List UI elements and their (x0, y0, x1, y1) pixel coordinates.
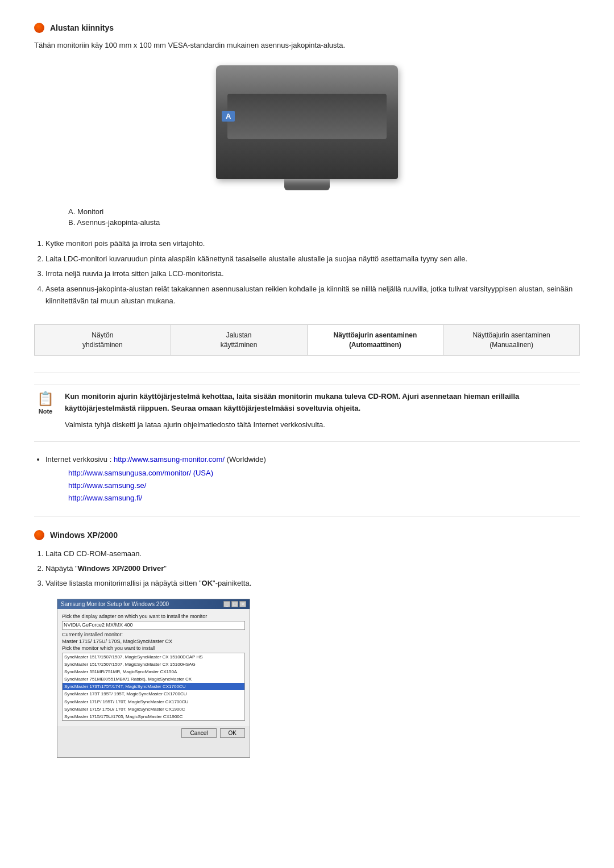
monitor-back-image: A (216, 65, 398, 179)
link-worldwide-suffix: (Worldwide) (227, 455, 266, 464)
link-se-line: http://www.samsung.se/ (68, 479, 580, 492)
dialog-list-item-2: SyncMaster 551MR/751MR, MagicSyncMaster … (63, 668, 244, 675)
link-fi-line: http://www.samsung.fi/ (68, 492, 580, 504)
monitor-label-a: A (222, 111, 235, 122)
label-list: A. Monitori B. Asennus-jakopinta-alusta (68, 207, 580, 227)
monitor-back-detail (227, 94, 387, 139)
internet-section: Internet verkkosivu : http://www.samsung… (34, 453, 580, 504)
monitor-image-container: A (34, 65, 580, 190)
dialog-list-item-8: SyncMaster 1715/175U/1705, MagicSyncMast… (63, 713, 244, 720)
dialog-body: Pick the display adapter on which you wa… (57, 609, 250, 726)
indented-links: http://www.samsungusa.com/monitor/ (USA)… (68, 467, 580, 504)
section1-header: Alustan kiinnitys (34, 23, 580, 33)
dialog-footer: Cancel OK (57, 726, 250, 740)
dialog-dropdown-value: NVIDIA GeForce2 MX/MX 400 (64, 622, 133, 628)
win-step-1: Laita CD CD-ROM-asemaan. (45, 548, 580, 560)
dialog-list[interactable]: SyncMaster 1517/1507/1507, MagicSyncMast… (62, 653, 245, 721)
dialog-list-item-3: SyncMaster 751MBX/551MBX/1 Rabbit), Magi… (63, 675, 244, 683)
divider-1 (34, 373, 580, 373)
nav-tabs: Näytönyhdistäminen Jalustankäyttäminen N… (34, 324, 580, 356)
section1-intro: Tähän monitoriin käy 100 mm x 100 mm VES… (34, 40, 580, 52)
win-step-3-bold: OK (202, 579, 213, 587)
note-icon: 📋 (37, 391, 54, 407)
dialog-line1: Pick the display adapter on which you wa… (62, 614, 245, 619)
note-body: Kun monitorin ajurin käyttöjärjestelmä k… (65, 391, 580, 415)
link-se[interactable]: http://www.samsung.se/ (68, 481, 146, 490)
dialog-list-item-1: SyncMaster 1517/1507/1507, MagicSyncMast… (63, 661, 244, 668)
dialog-list-item-0: SyncMaster 1517/1507/1507, MagicSyncMast… (63, 653, 244, 661)
dialog-close-btn[interactable]: × (239, 601, 246, 607)
step-1-1: Kytke monitori pois päältä ja irrota sen… (45, 238, 580, 250)
divider-2 (34, 516, 580, 516)
win-step-3: Valitse listasta monitorimallisi ja näpä… (45, 578, 580, 590)
section1-icon (34, 23, 44, 33)
dialog-cancel-btn[interactable]: Cancel (181, 728, 216, 738)
dialog-list-item-5: SyncMaster 173T 195T/ 195T, MagicSyncMas… (63, 690, 244, 698)
dialog-list-item-4: SyncMaster 173T/175T/174T, MagicSyncMast… (63, 683, 244, 690)
dialog-list-item-7: SyncMaster 1715/ 175U/ 170T, MagicSyncMa… (63, 706, 244, 713)
internet-link-item: Internet verkkosivu : http://www.samsung… (45, 453, 580, 466)
internet-label: Internet verkkosivu : (45, 455, 111, 464)
dialog-title: Samsung Monitor Setup for Windows 2000 (61, 601, 169, 607)
note-body-strong: Kun monitorin ajurin käyttöjärjestelmä k… (65, 392, 519, 412)
label-b: B. Asennus-jakopinta-alusta (68, 218, 580, 227)
tab-nayttöajurin-automaattinen[interactable]: Näyttöajurin asentaminen(Automaattinen) (308, 325, 444, 356)
dialog-master: Master 1715/ 175U/ 170S, MagicSyncMaster… (62, 639, 245, 644)
section2-icon (34, 530, 44, 540)
dialog-screenshot: Samsung Monitor Setup for Windows 2000 _… (57, 599, 250, 758)
dialog-ok-btn[interactable]: OK (220, 728, 245, 738)
label-a: A. Monitori (68, 207, 580, 216)
windows-steps-list: Laita CD CD-ROM-asemaan. Näpäytä "Window… (45, 548, 580, 589)
dialog-currently: Currently installed monitor: (62, 632, 245, 637)
dialog-dropdown[interactable]: NVIDIA GeForce2 MX/MX 400 (62, 621, 245, 630)
dialog-titlebar: Samsung Monitor Setup for Windows 2000 _… (57, 599, 250, 609)
dialog-pick-monitor: Pick the monitor which you want to insta… (62, 645, 245, 651)
section2-header: Windows XP/2000 (34, 530, 580, 540)
tab-nayttöajurin-manuaalinen[interactable]: Näyttöajurin asentaminen(Manuaalinen) (443, 325, 579, 356)
step-1-4: Aseta asennus-jakopinta-alustan reiät ta… (45, 283, 580, 307)
section2-title: Windows XP/2000 (50, 531, 118, 540)
link-usa-line: http://www.samsungusa.com/monitor/ (USA) (68, 467, 580, 479)
note-content: Kun monitorin ajurin käyttöjärjestelmä k… (65, 391, 580, 435)
note-label: Note (39, 408, 52, 415)
monitor-stand (284, 179, 330, 190)
link-worldwide[interactable]: http://www.samsung-monitor.com/ (114, 455, 225, 464)
dialog-list-item-6: SyncMaster 171P/ 195T/ 170T, MagicSyncMa… (63, 698, 244, 706)
section1-title: Alustan kiinnitys (50, 23, 114, 32)
windows-section: Windows XP/2000 Laita CD CD-ROM-asemaan.… (34, 530, 580, 757)
link-usa[interactable]: http://www.samsungusa.com/monitor/ (68, 469, 191, 477)
link-usa-suffix: (USA) (193, 469, 213, 477)
steps-list-1: Kytke monitori pois päältä ja irrota sen… (45, 238, 580, 307)
step-1-3: Irrota neljä ruuvia ja irrota sitten jal… (45, 268, 580, 280)
step-1-2: Laita LDC-monitori kuvaruudun pinta alas… (45, 253, 580, 265)
dialog-titlebar-buttons: _ □ × (223, 601, 246, 607)
note-section: 📋 Note Kun monitorin ajurin käyttöjärjes… (34, 385, 580, 441)
internet-links-list: Internet verkkosivu : http://www.samsung… (45, 453, 580, 466)
tab-nayton-yhdistaminen[interactable]: Näytönyhdistäminen (35, 325, 171, 356)
dialog-minimize-btn[interactable]: _ (223, 601, 230, 607)
win-step-2: Näpäytä "Windows XP/2000 Driver" (45, 563, 580, 575)
note-sub: Valmista tyhjä disketti ja lataa ajurin … (65, 419, 580, 431)
dialog-maximize-btn[interactable]: □ (231, 601, 238, 607)
link-fi[interactable]: http://www.samsung.fi/ (68, 494, 142, 502)
win-step-2-bold: Windows XP/2000 Driver (78, 564, 164, 573)
tab-jalustan-kayttaminen[interactable]: Jalustankäyttäminen (171, 325, 308, 356)
note-icon-container: 📋 Note (34, 391, 57, 435)
